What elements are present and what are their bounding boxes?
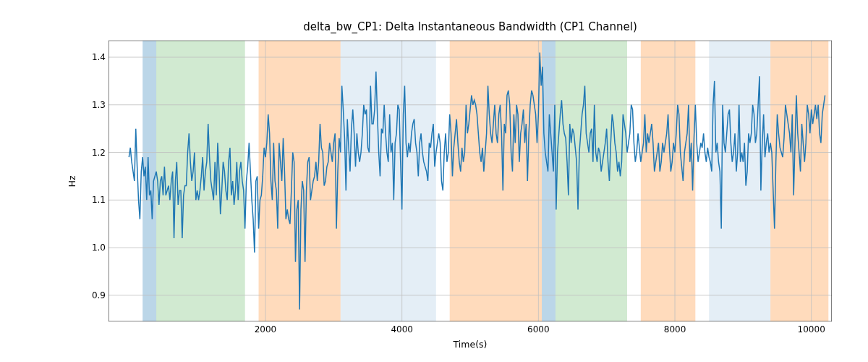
y-tick-label: 1.2 — [92, 148, 106, 158]
plot-svg — [109, 41, 832, 321]
x-tick-label: 4000 — [391, 324, 413, 334]
plot-area — [109, 41, 832, 321]
background-band — [341, 41, 436, 321]
y-tick-label: 1.0 — [92, 243, 106, 253]
x-tick-label: 2000 — [255, 324, 277, 334]
x-tick-label: 8000 — [664, 324, 686, 334]
background-band — [556, 41, 627, 321]
y-tick-label: 1.3 — [92, 100, 106, 110]
y-tick-label: 1.1 — [92, 195, 106, 205]
background-band — [542, 41, 556, 321]
background-bands — [142, 41, 828, 321]
x-axis-label: Time(s) — [109, 339, 832, 350]
x-tick-label: 10000 — [798, 324, 825, 334]
chart-title: delta_bw_CP1: Delta Instantaneous Bandwi… — [109, 20, 832, 33]
chart-title-text: delta_bw_CP1: Delta Instantaneous Bandwi… — [303, 20, 637, 33]
y-tick-label: 0.9 — [92, 290, 106, 300]
y-axis-label: Hz — [67, 175, 78, 187]
y-tick-label: 1.4 — [92, 52, 106, 62]
y-axis-label-wrap: Hz — [65, 41, 80, 321]
x-tick-label: 6000 — [527, 324, 550, 334]
background-band — [641, 41, 695, 321]
background-band — [770, 41, 828, 321]
